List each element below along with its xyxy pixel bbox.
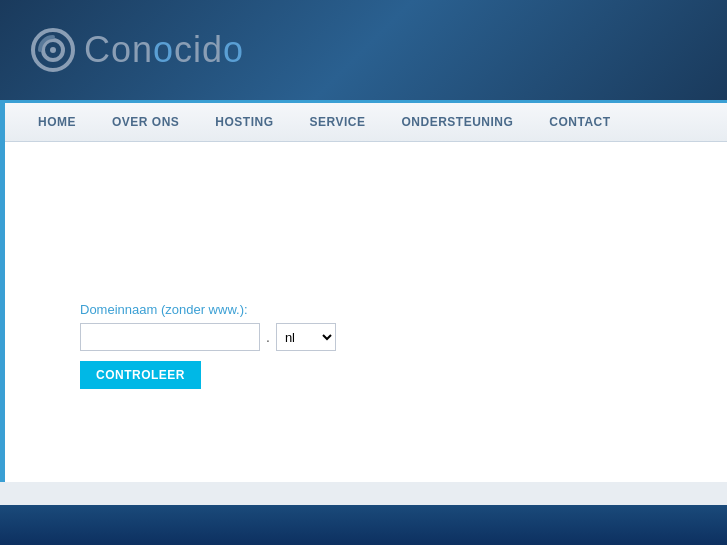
domain-label: Domeinnaam (zonder www.): <box>80 302 336 317</box>
logo: Conocido <box>30 27 244 73</box>
domain-input[interactable] <box>80 323 260 351</box>
logo-o2: o <box>223 29 244 70</box>
nav-item-hosting[interactable]: HOSTING <box>197 101 291 143</box>
logo-o1: o <box>153 29 174 70</box>
logo-cid: cid <box>174 29 223 70</box>
navigation: HOME OVER ONS HOSTING SERVICE ONDERSTEUN… <box>0 100 727 142</box>
logo-icon <box>30 27 76 73</box>
nav-accent <box>0 101 5 143</box>
dot-separator: . <box>266 329 270 345</box>
svg-point-2 <box>50 47 56 53</box>
domain-input-row: . nl com net org be eu <box>80 323 336 351</box>
logo-text: Conocido <box>84 29 244 71</box>
nav-item-contact[interactable]: CONTACT <box>531 101 628 143</box>
footer <box>0 505 727 545</box>
nav-item-home[interactable]: HOME <box>20 101 94 143</box>
main-left-accent <box>0 142 5 482</box>
main-content: Domeinnaam (zonder www.): . nl com net o… <box>0 142 727 482</box>
tld-select[interactable]: nl com net org be eu <box>276 323 336 351</box>
nav-item-over-ons[interactable]: OVER ONS <box>94 101 197 143</box>
logo-con: Con <box>84 29 153 70</box>
header: Conocido <box>0 0 727 100</box>
controleer-button[interactable]: CONTROLEER <box>80 361 201 389</box>
nav-item-service[interactable]: SERVICE <box>292 101 384 143</box>
domain-form-section: Domeinnaam (zonder www.): . nl com net o… <box>80 182 336 482</box>
nav-item-ondersteuning[interactable]: ONDERSTEUNING <box>384 101 532 143</box>
